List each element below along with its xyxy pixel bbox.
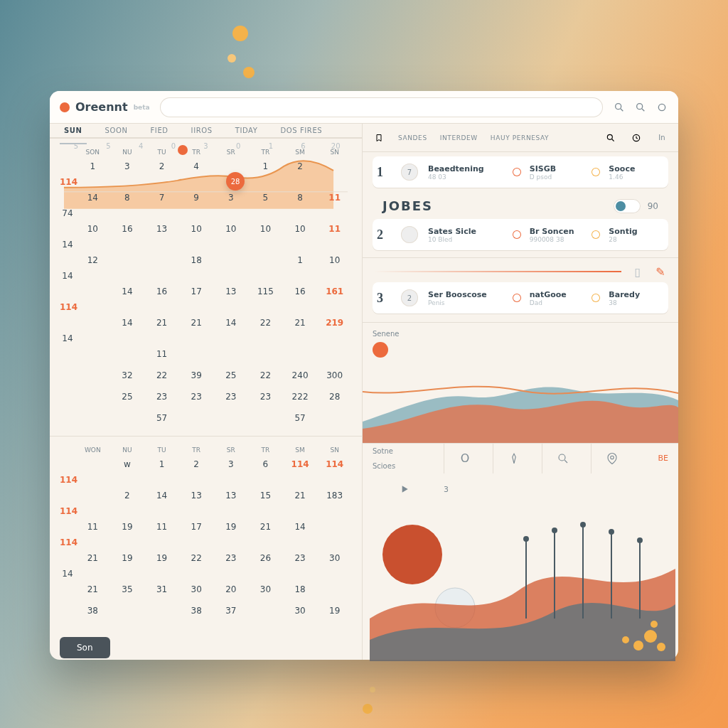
cal-cell[interactable]: 23 [179,389,214,405]
cal-cell[interactable]: 26 [248,550,283,566]
tab-iiros[interactable]: IIROS [187,124,217,137]
cal-cell[interactable]: 14 [60,566,75,582]
cal-cell[interactable]: 57 [283,410,318,426]
cal-cell[interactable]: 13 [144,221,179,237]
cal-cell[interactable]: 1 [283,252,318,268]
cal-cell[interactable]: 6 [248,456,283,472]
cal-cell[interactable]: 12 [75,252,110,268]
cal-cell[interactable] [75,373,110,378]
cal-cell[interactable]: 20 [214,582,249,597]
cal-cell[interactable] [60,608,75,614]
cal-cell[interactable] [60,289,75,294]
cal-cell[interactable]: 30 [317,550,352,566]
tab-dos fires[interactable]: DOS FIRES [276,124,326,137]
cal-cell[interactable]: 23 [214,550,249,566]
cal-cell[interactable] [60,195,75,200]
cal-cell[interactable] [60,362,75,368]
cal-cell[interactable]: 19 [144,550,179,566]
jobs-toggle[interactable] [614,199,641,213]
cal-cell[interactable]: 14 [60,268,75,284]
cal-cell[interactable]: 11 [144,519,179,535]
cal-cell[interactable] [60,405,75,410]
footer-search-icon[interactable] [542,444,584,473]
cal-cell[interactable] [317,587,352,592]
cal-cell[interactable] [60,383,75,389]
cal-cell[interactable] [179,415,214,421]
cal-cell[interactable] [144,608,179,614]
cal-cell[interactable]: 7 [144,190,179,205]
tab-interview[interactable]: INTERDEW [440,134,478,141]
cal-cell[interactable]: 9 [179,190,214,205]
cal-cell[interactable]: 8 [110,190,145,205]
cal-cell[interactable]: 16 [110,221,145,237]
cal-cell[interactable]: 3 [214,190,249,205]
cal-cell[interactable]: 114 [60,503,75,519]
cal-cell[interactable] [60,164,75,169]
cal-cell[interactable]: 114 [60,535,75,550]
cal-cell[interactable] [60,415,75,421]
cal-cell[interactable] [60,555,75,561]
cal-cell[interactable]: 14 [60,331,75,346]
cal-cell[interactable]: w [110,456,145,472]
cal-cell[interactable]: 18 [179,252,214,268]
cal-cell[interactable]: 15 [248,488,283,503]
cal-cell[interactable]: 23 [248,389,283,405]
search-icon[interactable] [634,101,647,114]
cal-cell[interactable]: 74 [60,205,75,221]
cal-cell[interactable] [144,257,179,263]
cal-cell[interactable]: 161 [317,284,352,299]
footer-play-icon[interactable] [373,481,437,499]
cal-cell[interactable]: 183 [317,488,352,503]
job-row[interactable]: 2 Sates Sicle10 Bled Br Soncen990008 38 … [373,219,668,250]
menu-icon[interactable]: In [655,132,668,144]
cal-cell[interactable]: 19 [317,603,352,619]
cal-cell[interactable]: 23 [283,550,318,566]
cal-cell[interactable]: 1 [248,159,283,174]
cal-cell[interactable]: 22 [248,368,283,383]
cal-cell[interactable] [75,320,110,326]
clock-icon[interactable] [630,132,643,144]
cal-cell[interactable]: 1 [75,159,110,174]
cal-cell[interactable] [60,373,75,378]
cal-cell[interactable] [317,415,352,421]
cal-cell[interactable]: 2 [144,159,179,174]
cal-cell[interactable]: 114 [60,472,75,488]
cal-cell[interactable]: 17 [179,284,214,299]
cal-cell[interactable] [110,351,145,357]
cal-cell[interactable]: 31 [144,582,179,597]
cal-cell[interactable] [75,493,110,498]
cal-cell[interactable]: 21 [248,519,283,535]
cal-cell[interactable] [60,587,75,592]
cal-cell[interactable]: 10 [75,221,110,237]
cal-cell[interactable]: 38 [179,603,214,619]
footer-location-icon[interactable] [591,444,633,473]
cal-cell[interactable] [60,320,75,326]
cal-cell[interactable]: 10 [248,221,283,237]
cal-cell[interactable] [60,226,75,232]
cal-cell[interactable]: 14 [283,519,318,535]
cal-cell[interactable]: 10 [179,221,214,237]
cal-cell[interactable]: 21 [75,582,110,597]
cal-cell[interactable]: 10 [317,252,352,268]
cal-cell[interactable]: 114 [283,456,318,472]
cal-cell[interactable]: 16 [144,284,179,299]
cal-cell[interactable]: 22 [144,368,179,383]
cal-cell[interactable] [75,351,110,357]
cal-cell[interactable]: 13 [214,284,249,299]
cal-cell[interactable] [75,289,110,294]
cal-cell[interactable] [75,415,110,421]
cal-cell[interactable]: 11 [75,519,110,535]
cal-cell[interactable]: 8 [283,190,318,205]
tab-fied[interactable]: FIED [146,124,172,137]
tab-sanders[interactable]: SANDES [398,134,427,141]
search-icon[interactable] [604,132,617,144]
cal-cell[interactable]: 25 [214,368,249,383]
cal-cell[interactable]: 22 [179,550,214,566]
cal-cell[interactable] [110,608,145,614]
cal-cell[interactable]: 2 [283,159,318,174]
brand[interactable]: Oreennt beta [60,100,150,114]
spark-highlight[interactable]: 28 [226,172,245,191]
cal-cell[interactable] [317,351,352,357]
tab-wednesday[interactable]: HAUY PERNESAY [491,134,549,141]
cal-cell[interactable]: 13 [214,488,249,503]
